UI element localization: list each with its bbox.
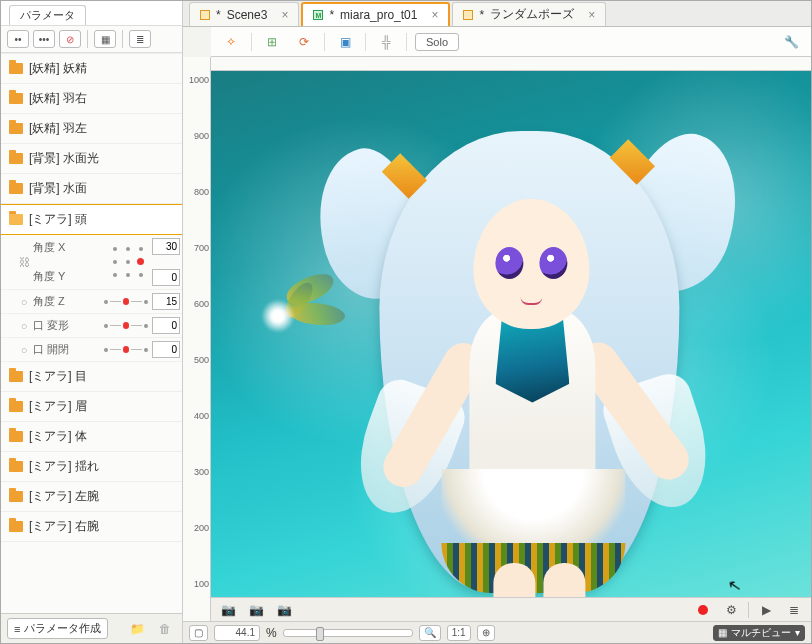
folder-icon <box>9 401 23 412</box>
zoom-value-input[interactable] <box>214 625 260 641</box>
folder-miara-arm-r[interactable]: [ミアラ] 右腕 <box>1 512 182 542</box>
folder-miara-head[interactable]: [ミアラ] 頭 <box>1 204 182 235</box>
refresh-icon[interactable]: ⟳ <box>292 31 316 53</box>
ruler-tick: 200 <box>183 523 209 533</box>
folder-icon <box>9 521 23 532</box>
multiview-button[interactable]: ▦ マルチビュー ▾ <box>713 625 805 641</box>
param-angle-z[interactable]: ○ 角度 Z <box>1 290 182 314</box>
param-slider[interactable] <box>104 298 148 305</box>
tool-disable-icon[interactable]: ⊘ <box>59 30 81 48</box>
new-folder-button[interactable]: 📁 <box>126 620 148 638</box>
bounds-icon[interactable]: ▣ <box>333 31 357 53</box>
playlist-icon[interactable]: ≣ <box>783 601 805 619</box>
param-mouth-open[interactable]: ○ 口 開閉 <box>1 338 182 362</box>
create-parameter-button[interactable]: ≡ パラメータ作成 <box>7 618 108 639</box>
tool-grid-icon[interactable]: ▦ <box>94 30 116 48</box>
param-value-angle-z[interactable] <box>152 293 180 310</box>
folder-icon <box>9 123 23 134</box>
canvas-viewport[interactable] <box>211 71 811 597</box>
folder-miara-brow[interactable]: [ミアラ] 眉 <box>1 392 182 422</box>
document-tabs: * Scene3 × M * miara_pro_t01 × * ランダムポーズ… <box>183 1 811 27</box>
folder-label: [ミアラ] 頭 <box>29 211 87 228</box>
tool-list-icon[interactable]: ≣ <box>129 30 151 48</box>
close-icon[interactable]: × <box>281 8 288 22</box>
folder-miara-shake[interactable]: [ミアラ] 揺れ <box>1 452 182 482</box>
panel-bottom-bar: ≡ パラメータ作成 📁 🗑 <box>1 613 182 643</box>
parameter-list[interactable]: [妖精] 妖精 [妖精] 羽右 [妖精] 羽左 [背景] 水面光 [背景] 水面… <box>1 53 182 613</box>
param-slider[interactable] <box>104 346 148 353</box>
folder-water-light[interactable]: [背景] 水面光 <box>1 144 182 174</box>
folder-icon <box>9 93 23 104</box>
folder-wing-l[interactable]: [妖精] 羽左 <box>1 114 182 144</box>
tab-scene3[interactable]: * Scene3 × <box>189 2 299 26</box>
param-slider[interactable] <box>104 322 148 329</box>
folder-miara-arm-l[interactable]: [ミアラ] 左腕 <box>1 482 182 512</box>
zoom-slider[interactable] <box>283 629 413 637</box>
folder-water[interactable]: [背景] 水面 <box>1 174 182 204</box>
status-dot: ○ <box>19 296 29 308</box>
close-icon[interactable]: × <box>588 8 595 22</box>
folder-label: [ミアラ] 眉 <box>29 398 87 415</box>
snap-icon[interactable]: ╬ <box>374 31 398 53</box>
tab-label: miara_pro_t01 <box>340 8 417 22</box>
wrench-icon[interactable]: 🔧 <box>779 31 803 53</box>
folder-label: [背景] 水面光 <box>29 150 99 167</box>
zoom-in-icon[interactable]: 🔍 <box>419 625 441 641</box>
grid-toggle-icon[interactable]: ⊞ <box>260 31 284 53</box>
folder-label: [妖精] 羽左 <box>29 120 87 137</box>
folder-wing-r[interactable]: [妖精] 羽右 <box>1 84 182 114</box>
status-bar: ▢ % 🔍 1:1 ⊕ ▦ マルチビュー ▾ <box>183 621 811 643</box>
param-mouth-deform[interactable]: ○ 口 変形 <box>1 314 182 338</box>
tab-miara[interactable]: M * miara_pro_t01 × <box>301 2 450 26</box>
fit-view-button[interactable]: ▢ <box>189 625 208 641</box>
folder-label: [ミアラ] 目 <box>29 368 87 385</box>
delete-button[interactable]: 🗑 <box>154 620 176 638</box>
folder-fairy[interactable]: [妖精] 妖精 <box>1 54 182 84</box>
param-angle-xy[interactable]: ⛓ 角度 X 角度 Y <box>1 235 182 290</box>
anim-doc-icon <box>463 10 473 20</box>
zoom-slider-thumb[interactable] <box>316 627 324 641</box>
canvas-toolbar: ✧ ⊞ ⟳ ▣ ╬ Solo 🔧 <box>211 27 811 57</box>
tool-keyframe-2[interactable]: •• <box>7 30 29 48</box>
param-value-angle-x[interactable] <box>152 238 180 255</box>
ruler-tick: 800 <box>183 187 209 197</box>
panel-toolbar: •• ••• ⊘ ▦ ≣ <box>1 26 182 53</box>
focus-button[interactable]: ⊕ <box>477 625 495 641</box>
param-value-mouth-open[interactable] <box>152 341 180 358</box>
folder-miara-body[interactable]: [ミアラ] 体 <box>1 422 182 452</box>
mesh-edit-icon[interactable]: ✧ <box>219 31 243 53</box>
tool-keyframe-3[interactable]: ••• <box>33 30 55 48</box>
tab-label: ランダムポーズ <box>490 6 574 23</box>
folder-label: [ミアラ] 揺れ <box>29 458 99 475</box>
folder-icon <box>9 431 23 442</box>
solo-button[interactable]: Solo <box>415 33 459 51</box>
close-icon[interactable]: × <box>431 8 438 22</box>
param-grid-2d[interactable] <box>108 242 148 282</box>
ruler-tick: 700 <box>183 243 209 253</box>
param-value-mouth-def[interactable] <box>152 317 180 334</box>
play-button[interactable]: ▶ <box>755 601 777 619</box>
snapshot-reload-icon[interactable]: 📷 <box>245 601 267 619</box>
param-label-mouth-open: 口 開閉 <box>33 342 100 357</box>
ruler-top <box>211 57 811 71</box>
folder-label: [妖精] 羽右 <box>29 90 87 107</box>
folder-miara-eye[interactable]: [ミアラ] 目 <box>1 362 182 392</box>
folder-icon <box>9 153 23 164</box>
main-area: * Scene3 × M * miara_pro_t01 × * ランダムポーズ… <box>183 1 811 643</box>
folder-label: [ミアラ] 体 <box>29 428 87 445</box>
model-doc-icon: M <box>313 10 323 20</box>
folder-icon <box>9 461 23 472</box>
snapshot-icon[interactable]: 📷 <box>217 601 239 619</box>
gear-icon[interactable]: ⚙ <box>720 601 742 619</box>
fairy-sprite <box>255 271 345 351</box>
record-button[interactable] <box>692 601 714 619</box>
param-value-angle-y[interactable] <box>152 269 180 286</box>
sliders-icon: ≡ <box>14 623 20 635</box>
link-icon[interactable]: ⛓ <box>19 256 29 268</box>
ratio-button[interactable]: 1:1 <box>447 625 471 641</box>
panel-title: パラメータ <box>9 5 86 25</box>
snapshot-plus-icon[interactable]: 📷 <box>273 601 295 619</box>
create-parameter-label: パラメータ作成 <box>24 621 101 636</box>
status-dot: ○ <box>19 320 29 332</box>
tab-random-pose[interactable]: * ランダムポーズ × <box>452 2 606 26</box>
